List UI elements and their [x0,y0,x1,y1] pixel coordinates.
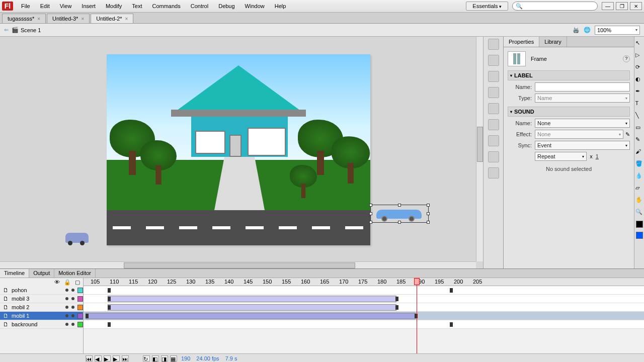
transform-tool[interactable]: ⟳ [635,64,643,72]
search-input[interactable]: 🔍 [512,2,598,11]
section-label[interactable]: LABEL [508,70,630,80]
sound-effect-select[interactable]: None [535,130,623,139]
fill-color[interactable] [636,232,643,239]
outline-icon[interactable]: ▢ [75,279,80,286]
stroke-color[interactable] [636,221,643,228]
menu-window[interactable]: Window [240,2,270,11]
zoom-select[interactable]: 100% [595,26,640,35]
sound-name-select[interactable]: None [535,119,630,128]
minimize-button[interactable]: — [602,2,614,10]
line-tool[interactable]: ╲ [635,112,643,120]
menu-insert[interactable]: Insert [76,2,101,11]
history-icon[interactable] [488,167,499,178]
pen-tool[interactable]: ✒ [635,88,643,96]
scrollbar-vertical[interactable] [476,37,483,261]
label-type-select[interactable]: Name [535,94,630,103]
menu-modify[interactable]: Modify [101,2,127,11]
help-icon[interactable]: ? [623,55,630,62]
selected-car[interactable] [372,207,427,221]
tab-output[interactable]: Output [29,269,54,278]
library-icon[interactable] [488,71,499,82]
tracks[interactable]: 1051101151201251301351401451501551601651… [84,278,644,353]
components-icon[interactable] [488,119,499,130]
scene-icon: 🎬 [12,27,19,33]
actions-icon[interactable] [488,135,499,146]
maximize-button[interactable]: ❐ [616,2,628,10]
sound-repeat-select[interactable]: Repeat [535,152,587,161]
info-icon[interactable] [488,87,499,98]
sound-effect-lbl: Effect: [508,131,532,137]
tab-1[interactable]: Untitled-3*× [47,14,90,23]
menu-commands[interactable]: Commands [147,2,185,11]
layer-mobil-2[interactable]: 🗋mobil 2 [0,303,83,312]
close-icon[interactable]: × [125,16,128,22]
frame-ruler[interactable]: 1051101151201251301351401451501551601651… [84,278,644,286]
transform-icon[interactable] [488,103,499,114]
close-button[interactable]: ✕ [630,2,642,10]
layer-mobil-1[interactable]: 🗋mobil 1 [0,312,83,320]
edit-scene-icon[interactable]: 🖨️ [573,27,580,33]
brush-tool[interactable]: 🖌 [635,148,643,156]
document-tabs: tugasssss*× Untitled-3*× Untitled-2*× [0,13,644,24]
pencil-tool[interactable]: ✎ [635,136,643,144]
menu-help[interactable]: Help [270,2,291,11]
tab-timeline[interactable]: Timeline [0,269,29,278]
edit-symbols-icon[interactable]: 🌐 [584,27,591,33]
selection-tool[interactable]: ↖ [635,40,643,48]
workspace-selector[interactable]: Essentials [466,2,508,11]
text-tool[interactable]: T [635,100,643,108]
onion-button[interactable]: ◧ [152,355,159,361]
menu-file[interactable]: File [16,2,35,11]
eyedrop-tool[interactable]: 💧 [635,172,643,180]
tab-properties[interactable]: Properties [504,37,539,47]
play-button[interactable]: ▶ [104,355,111,361]
lasso-tool[interactable]: ◐ [635,76,643,84]
bucket-tool[interactable]: 🪣 [635,160,643,168]
tab-2[interactable]: Untitled-2*× [91,14,133,23]
subselect-tool[interactable]: ▷ [635,52,643,60]
repeat-count[interactable]: 1 [596,153,599,159]
swatches-icon[interactable] [488,39,499,50]
car-left[interactable] [65,233,89,243]
layer-mobil-3[interactable]: 🗋mobil 3 [0,295,83,303]
section-sound[interactable]: SOUND [508,107,630,117]
behaviors-icon[interactable] [488,151,499,162]
scene-name: Scene 1 [21,27,41,33]
edit-multi-button[interactable]: ▦ [170,355,177,361]
no-sound-text: No sound selected [508,166,630,172]
stage[interactable] [0,37,483,268]
menu-edit[interactable]: Edit [35,2,55,11]
tab-0[interactable]: tugasssss*× [2,14,46,23]
tab-library[interactable]: Library [539,37,567,47]
close-icon[interactable]: × [37,16,40,22]
tools-panel: ↖ ▷ ⟳ ◐ ✒ T ╲ ▭ ✎ 🖌 🪣 💧 ▱ ✋ 🔍 [634,37,644,268]
menu-control[interactable]: Control [186,2,213,11]
rect-tool[interactable]: ▭ [635,124,643,132]
last-frame-button[interactable]: ⏭ [122,355,129,361]
onion-outline-button[interactable]: ◨ [161,355,168,361]
menu-text[interactable]: Text [127,2,147,11]
tab-motioneditor[interactable]: Motion Editor [54,269,96,278]
prev-frame-button[interactable]: ◀ [95,355,102,361]
sound-sync-lbl: Sync: [508,142,532,148]
loop-button[interactable]: ↻ [143,355,150,361]
layer-backround[interactable]: 🗋backround [0,320,83,329]
scrollbar-horizontal[interactable] [0,261,476,268]
eye-icon[interactable]: 👁 [54,279,60,285]
label-name-input[interactable] [535,82,630,92]
back-icon[interactable]: ⇐ [4,27,9,33]
first-frame-button[interactable]: ⏮ [86,355,93,361]
canvas[interactable] [107,54,370,245]
menu-view[interactable]: View [55,2,77,11]
close-icon[interactable]: × [81,16,84,22]
pencil-icon[interactable]: ✎ [625,131,630,138]
lock-icon[interactable]: 🔒 [64,279,71,286]
menu-debug[interactable]: Debug [213,2,239,11]
sound-sync-select[interactable]: Event [535,141,630,150]
zoom-tool[interactable]: 🔍 [635,209,643,217]
eraser-tool[interactable]: ▱ [635,185,643,193]
next-frame-button[interactable]: ▶ [113,355,120,361]
layer-pohon[interactable]: 🗋pohon [0,286,83,295]
hand-tool[interactable]: ✋ [635,197,643,205]
align-icon[interactable] [488,55,499,66]
